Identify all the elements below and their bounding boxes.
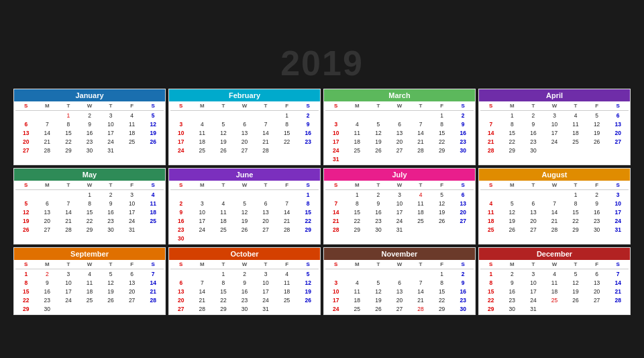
day-cell: 20 — [15, 137, 37, 146]
dow-cell: M — [192, 261, 213, 268]
day-empty — [234, 111, 256, 120]
day-cell: 7 — [410, 120, 431, 128]
day-cell: 22 — [58, 137, 79, 146]
day-cell: 8 — [276, 120, 298, 128]
day-cell: 29 — [431, 146, 453, 154]
day-cell: 17 — [58, 287, 79, 296]
day-cell: 8 — [431, 278, 453, 287]
day-cell: 10 — [523, 278, 544, 287]
day-cell: 8 — [297, 199, 319, 208]
day-cell: 15 — [58, 128, 79, 137]
month-block-april: AprilSMTWTFS 123456789101112131415161718… — [478, 89, 631, 165]
dow-cell: W — [544, 181, 566, 189]
day-cell: 6 — [523, 199, 544, 208]
day-empty — [325, 111, 347, 120]
day-cell: 6 — [170, 278, 192, 287]
day-cell: 24 — [523, 296, 544, 304]
day-cell: 27 — [389, 146, 411, 154]
day-cell: 16 — [502, 287, 523, 296]
day-cell: 30 — [234, 304, 256, 313]
day-cell: 3 — [121, 190, 143, 199]
dow-cell: S — [297, 181, 319, 189]
day-cell: 12 — [368, 287, 389, 296]
dow-cell: T — [213, 261, 234, 268]
day-cell: 4 — [410, 190, 431, 199]
day-cell: 19 — [15, 216, 37, 225]
day-cell: 26 — [368, 304, 389, 313]
day-empty — [192, 111, 213, 120]
day-cell: 12 — [213, 128, 234, 137]
dow-cell: T — [255, 261, 276, 268]
day-cell: 14 — [480, 128, 502, 137]
day-cell: 27 — [586, 296, 608, 304]
dow-cell: S — [452, 181, 474, 189]
day-empty — [347, 111, 368, 120]
day-cell: 14 — [142, 278, 164, 287]
day-cell: 18 — [276, 287, 298, 296]
dow-cell: T — [410, 261, 431, 268]
dow-cell: S — [142, 102, 164, 109]
dow-cell: S — [297, 261, 319, 268]
day-cell: 28 — [142, 296, 164, 304]
dow-cell: S — [297, 102, 319, 109]
dow-cell: T — [213, 181, 234, 189]
day-cell: 18 — [142, 208, 164, 216]
day-cell: 22 — [276, 137, 298, 146]
day-cell: 3 — [325, 278, 347, 287]
day-cell: 8 — [431, 120, 453, 128]
day-cell: 1 — [15, 269, 37, 278]
day-cell: 26 — [213, 146, 234, 154]
day-cell: 2 — [37, 269, 58, 278]
day-cell: 28 — [410, 304, 431, 313]
day-cell: 5 — [234, 199, 256, 208]
day-cell: 22 — [431, 296, 453, 304]
day-empty — [15, 190, 37, 199]
day-cell: 21 — [410, 137, 431, 146]
day-cell: 16 — [170, 216, 192, 225]
day-cell: 18 — [192, 137, 213, 146]
dow-cell: M — [347, 181, 368, 189]
day-cell: 25 — [410, 216, 431, 225]
day-empty — [368, 269, 389, 278]
day-cell: 30 — [452, 304, 474, 313]
day-cell: 7 — [325, 199, 347, 208]
day-cell: 5 — [15, 199, 37, 208]
calendar-grid: JanuarySMTWTFS 1234567891011121314151617… — [13, 89, 631, 315]
dow-cell: S — [452, 261, 474, 268]
month-block-december: DecemberSMTWTFS1234567891011121314151617… — [478, 247, 631, 315]
month-header-july: July — [324, 169, 475, 181]
day-cell: 11 — [347, 287, 368, 296]
dow-cell: M — [37, 102, 58, 109]
day-cell: 16 — [297, 128, 319, 137]
day-cell: 9 — [502, 278, 523, 287]
day-cell: 24 — [255, 296, 276, 304]
dow-cell: S — [142, 181, 164, 189]
day-cell: 13 — [255, 208, 276, 216]
day-cell: 30 — [502, 304, 523, 313]
day-cell: 1 — [502, 111, 523, 120]
day-cell: 20 — [586, 287, 608, 296]
day-cell: 1 — [347, 190, 368, 199]
dow-cell: T — [523, 181, 544, 189]
days-grid: 1234567891011121314151617181920212223242… — [479, 111, 630, 156]
dow-cell: S — [15, 261, 37, 268]
day-empty — [15, 111, 37, 120]
day-cell: 4 — [480, 199, 502, 208]
dow-cell: W — [389, 181, 411, 189]
day-cell: 23 — [100, 216, 121, 225]
month-block-october: OctoberSMTWTFS 1234567891011121314151617… — [168, 247, 321, 315]
dow-cell: F — [586, 102, 608, 109]
day-cell: 23 — [502, 296, 523, 304]
day-cell: 5 — [100, 269, 121, 278]
day-cell: 20 — [170, 296, 192, 304]
day-cell: 26 — [586, 137, 608, 146]
day-cell: 21 — [276, 216, 298, 225]
day-cell: 14 — [325, 208, 347, 216]
dow-cell: S — [607, 261, 629, 268]
day-cell: 23 — [297, 137, 319, 146]
dow-cell: M — [192, 102, 213, 109]
dow-cell: S — [480, 181, 502, 189]
month-header-november: November — [324, 248, 475, 260]
days-grid: 1234567891011121314151617181920212223242… — [479, 269, 630, 314]
month-header-april: April — [479, 89, 630, 101]
